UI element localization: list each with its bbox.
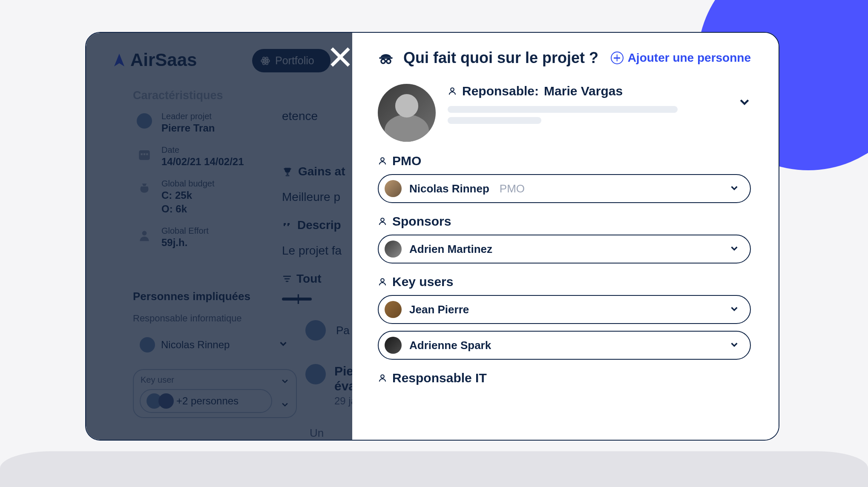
section-label: Sponsors bbox=[392, 214, 451, 229]
avatar bbox=[385, 301, 402, 318]
person-pill-pmo[interactable]: Nicolas Rinnep PMO bbox=[378, 174, 751, 203]
person-pill-keyuser[interactable]: Adrienne Spark bbox=[378, 331, 751, 360]
avatar bbox=[378, 84, 436, 142]
chevron-down-icon bbox=[738, 84, 751, 112]
avatar bbox=[385, 241, 402, 258]
incognito-icon bbox=[378, 50, 394, 66]
responsable-label: Reponsable: bbox=[462, 84, 539, 98]
placeholder-line bbox=[448, 117, 541, 124]
person-name: Nicolas Rinnep bbox=[409, 182, 489, 195]
avatar bbox=[385, 337, 402, 354]
svg-point-13 bbox=[387, 59, 391, 63]
section-keyusers: Key users Jean Pierre Adrienne Spark bbox=[378, 275, 751, 360]
svg-point-15 bbox=[381, 158, 384, 161]
user-icon bbox=[448, 86, 457, 96]
person-name: Adrienne Spark bbox=[409, 339, 491, 352]
plus-icon bbox=[611, 52, 624, 64]
person-pill-keyuser[interactable]: Jean Pierre bbox=[378, 295, 751, 324]
person-role: PMO bbox=[500, 182, 525, 195]
section-label: PMO bbox=[392, 154, 421, 168]
section-responsable-it: Responsable IT bbox=[378, 371, 751, 385]
add-person-button[interactable]: Ajouter une personne bbox=[611, 51, 751, 65]
section-label: Key users bbox=[392, 275, 453, 289]
add-person-label: Ajouter une personne bbox=[628, 51, 751, 65]
chevron-down-icon bbox=[730, 244, 739, 255]
modal-dim-overlay[interactable] bbox=[86, 33, 352, 440]
app-window: AirSaas Portfolio Caractéristiques Leade… bbox=[85, 32, 779, 441]
chevron-down-icon bbox=[730, 304, 739, 315]
svg-point-12 bbox=[381, 59, 385, 63]
responsable-name: Marie Vargas bbox=[544, 84, 623, 98]
people-panel: Qui fait quoi sur le projet ? Ajouter un… bbox=[352, 33, 779, 440]
svg-point-17 bbox=[381, 278, 384, 282]
placeholder-line bbox=[448, 106, 678, 113]
user-icon bbox=[378, 156, 387, 166]
responsable-row[interactable]: Reponsable: Marie Vargas bbox=[378, 84, 751, 142]
svg-point-16 bbox=[381, 218, 384, 221]
section-sponsors: Sponsors Adrien Martinez bbox=[378, 214, 751, 264]
close-icon[interactable] bbox=[330, 46, 351, 68]
svg-point-18 bbox=[381, 375, 384, 378]
person-name: Jean Pierre bbox=[409, 303, 469, 316]
svg-rect-11 bbox=[379, 57, 393, 58]
chevron-down-icon bbox=[730, 183, 739, 194]
chevron-down-icon bbox=[730, 340, 739, 351]
person-name: Adrien Martinez bbox=[409, 243, 492, 256]
section-pmo: PMO Nicolas Rinnep PMO bbox=[378, 154, 751, 203]
user-icon bbox=[378, 217, 387, 226]
person-pill-sponsor[interactable]: Adrien Martinez bbox=[378, 235, 751, 264]
user-icon bbox=[378, 373, 387, 383]
svg-point-14 bbox=[451, 88, 454, 91]
avatar bbox=[385, 180, 402, 197]
panel-title: Qui fait quoi sur le projet ? bbox=[378, 49, 598, 67]
section-label: Responsable IT bbox=[392, 371, 487, 385]
user-icon bbox=[378, 277, 387, 286]
